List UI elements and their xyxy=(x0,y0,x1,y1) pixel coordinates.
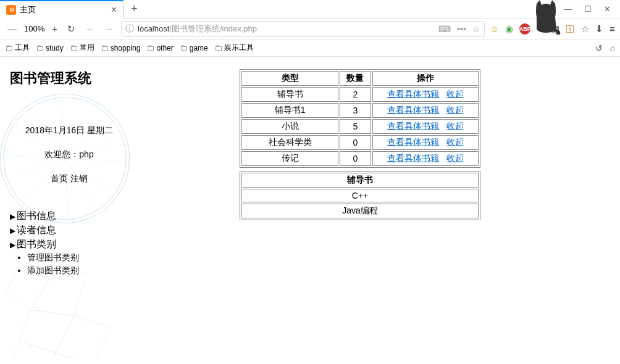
zoom-level: 100% xyxy=(24,24,44,33)
browser-tab[interactable]: ဃ 主页 × xyxy=(0,0,124,19)
home-icon[interactable]: ⌂ xyxy=(610,43,615,53)
view-link[interactable]: 查看具体书籍 xyxy=(387,153,439,163)
xampp-favicon-icon: ဃ xyxy=(6,5,16,15)
site-title: 图书管理系统 xyxy=(10,69,128,88)
submenu-item[interactable]: 添加图书类别 xyxy=(27,264,128,277)
submenu-item[interactable]: 管理图书类别 xyxy=(27,251,128,264)
detail-item[interactable]: Java编程 xyxy=(241,204,479,218)
svg-marker-12 xyxy=(37,353,93,359)
bookmark-item[interactable]: 🗀other xyxy=(146,43,173,53)
col-action-header: 操作 xyxy=(372,71,479,86)
cell-type: 传记 xyxy=(241,151,338,166)
folder-icon: 🗀 xyxy=(70,43,78,52)
table-row: 辅导书13查看具体书籍收起 xyxy=(241,103,479,118)
cell-type: 小说 xyxy=(241,119,338,134)
folder-icon: 🗀 xyxy=(146,43,154,52)
collapse-link[interactable]: 收起 xyxy=(446,137,464,147)
bookmark-item[interactable]: 🗀shopping xyxy=(101,43,141,53)
close-window-icon[interactable]: ✕ xyxy=(604,4,611,14)
cell-action: 查看具体书籍收起 xyxy=(372,119,479,134)
key-ext-icon[interactable]: ⚿ xyxy=(566,23,575,34)
url-text: localhost/图书管理系统/index.php xyxy=(138,23,435,35)
window-controls: — ☐ ✕ xyxy=(555,4,620,14)
reload-button[interactable]: ↻ xyxy=(65,22,78,36)
view-link[interactable]: 查看具体书籍 xyxy=(387,105,439,115)
new-tab-button[interactable]: + xyxy=(124,2,145,15)
table-row: 传记0查看具体书籍收起 xyxy=(241,151,479,166)
address-bar[interactable]: ⓘ localhost/图书管理系统/index.php ⌨ ••• ☆ xyxy=(121,21,485,37)
cell-action: 查看具体书籍收起 xyxy=(372,87,479,102)
info-icon[interactable]: ⓘ xyxy=(125,23,134,35)
abp-ext-icon[interactable]: ABP xyxy=(519,23,530,35)
logout-link[interactable]: 注销 xyxy=(70,173,88,183)
table-row: C++ xyxy=(241,189,479,202)
detail-item[interactable]: C++ xyxy=(241,189,479,202)
close-tab-icon[interactable]: × xyxy=(111,4,117,15)
cell-action: 查看具体书籍收起 xyxy=(372,135,479,150)
collapse-link[interactable]: 收起 xyxy=(446,105,464,115)
cell-qty: 3 xyxy=(340,103,371,118)
col-type-header: 类型 xyxy=(241,71,338,86)
cell-type: 辅导书 xyxy=(241,87,338,102)
green-ext-icon[interactable]: ◉ xyxy=(505,23,513,35)
table-row: 社会科学类0查看具体书籍收起 xyxy=(241,135,479,150)
folder-icon: 🗀 xyxy=(180,43,188,52)
bookmark-item[interactable]: 🗀常用 xyxy=(70,43,94,53)
page-content: 图书管理系统 2018年1月16日 星期二 欢迎您：php 首页 注销 图书信息… xyxy=(0,57,620,359)
collapse-link[interactable]: 收起 xyxy=(446,153,464,163)
detail-table: 辅导书 C++Java编程 xyxy=(240,171,480,220)
bookmark-item[interactable]: 🗀娱乐工具 xyxy=(214,43,254,53)
cell-type: 社会科学类 xyxy=(241,135,338,150)
category-table: 类型 数量 操作 辅导书2查看具体书籍收起辅导书13查看具体书籍收起小说5查看具… xyxy=(240,69,480,168)
bookmark-item[interactable]: 🗀study xyxy=(36,43,64,53)
menu-icon[interactable]: ≡ xyxy=(610,23,615,34)
view-link[interactable]: 查看具体书籍 xyxy=(387,137,439,147)
face-ext-icon[interactable]: ☺ xyxy=(490,23,499,34)
browser-titlebar: ဃ 主页 × + — ☐ ✕ xyxy=(0,0,620,19)
bookmark-star-icon[interactable]: ☆ xyxy=(581,23,589,35)
minus-zoom-button[interactable]: — xyxy=(5,22,19,35)
history-icon[interactable]: ↺ xyxy=(595,43,603,53)
detail-header: 辅导书 xyxy=(241,173,479,188)
view-link[interactable]: 查看具体书籍 xyxy=(387,89,439,99)
welcome-text: 欢迎您：php xyxy=(10,143,128,167)
bookmark-item[interactable]: 🗀game xyxy=(180,43,208,53)
table-row: 辅导书2查看具体书籍收起 xyxy=(241,87,479,102)
cat-decoration-icon xyxy=(530,0,561,36)
bookmarks-bar: 🗀工具🗀study🗀常用🗀shopping🗀other🗀game🗀娱乐工具 ↺ … xyxy=(0,39,620,57)
minimize-icon[interactable]: — xyxy=(564,4,572,14)
folder-icon: 🗀 xyxy=(36,43,44,52)
cell-type: 辅导书1 xyxy=(241,103,338,118)
tab-title: 主页 xyxy=(20,4,36,15)
forward-button[interactable]: → xyxy=(102,22,116,35)
browser-toolbar: — 100% + ↻ ← → ⓘ localhost/图书管理系统/index.… xyxy=(0,19,620,39)
welcome-block: 2018年1月16日 星期二 欢迎您：php 首页 注销 xyxy=(10,118,128,191)
cell-qty: 0 xyxy=(340,135,371,150)
menu-item[interactable]: 图书类别管理图书类别添加图书类别 xyxy=(10,238,128,277)
cell-qty: 2 xyxy=(340,87,371,102)
back-button[interactable]: ← xyxy=(83,22,97,35)
download2-icon[interactable]: ⬇ xyxy=(595,23,603,35)
maximize-icon[interactable]: ☐ xyxy=(584,4,592,14)
view-link[interactable]: 查看具体书籍 xyxy=(387,121,439,131)
nav-menu: 图书信息读者信息图书类别管理图书类别添加图书类别 xyxy=(10,210,128,277)
star-icon[interactable]: ☆ xyxy=(472,24,480,34)
collapse-link[interactable]: 收起 xyxy=(446,89,464,99)
table-row: 小说5查看具体书籍收起 xyxy=(241,119,479,134)
home-link[interactable]: 首页 xyxy=(51,173,68,183)
cell-qty: 5 xyxy=(340,119,371,134)
menu-item[interactable]: 图书信息 xyxy=(10,210,128,223)
translate-icon[interactable]: ⌨ xyxy=(438,24,451,34)
menu-item[interactable]: 读者信息 xyxy=(10,224,128,237)
col-qty-header: 数量 xyxy=(340,71,371,86)
cell-action: 查看具体书籍收起 xyxy=(372,151,479,166)
bookmark-item[interactable]: 🗀工具 xyxy=(5,43,30,53)
main-content: 类型 数量 操作 辅导书2查看具体书籍收起辅导书13查看具体书籍收起小说5查看具… xyxy=(128,63,615,353)
collapse-link[interactable]: 收起 xyxy=(446,121,464,131)
table-row: Java编程 xyxy=(241,204,479,218)
cell-qty: 0 xyxy=(340,151,371,166)
more-icon[interactable]: ••• xyxy=(457,24,466,34)
plus-zoom-button[interactable]: + xyxy=(49,22,60,35)
sidebar: 图书管理系统 2018年1月16日 星期二 欢迎您：php 首页 注销 图书信息… xyxy=(5,63,128,353)
cell-action: 查看具体书籍收起 xyxy=(372,103,479,118)
